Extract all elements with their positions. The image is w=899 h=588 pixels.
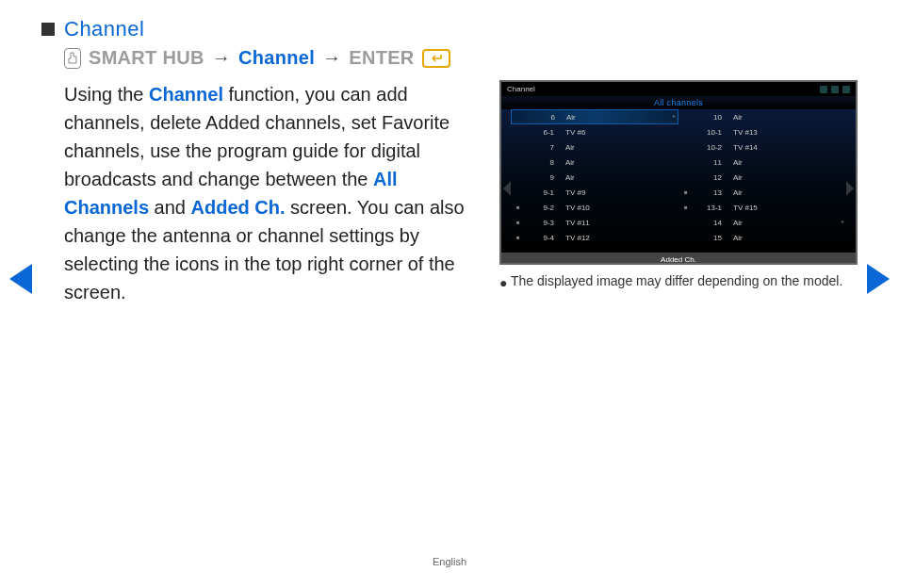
- table-row: 12Air: [678, 170, 846, 185]
- row-mark-icon: [516, 144, 522, 150]
- row-mark-icon: [684, 174, 690, 180]
- prev-page-button[interactable]: [9, 264, 32, 294]
- next-page-button[interactable]: [867, 264, 890, 294]
- row-mark-icon: ■: [684, 189, 690, 195]
- channel-name: TV #15: [726, 204, 835, 212]
- channel-number: 9-2: [526, 204, 554, 212]
- channel-number: 10-1: [694, 128, 722, 137]
- table-row: ■9-2TV #10: [511, 200, 678, 215]
- table-row: 10-1TV #13: [678, 124, 846, 139]
- channel-number: 10: [694, 113, 722, 122]
- section-bullet-icon: [41, 23, 55, 36]
- link-channel: Channel: [149, 84, 223, 105]
- channel-number: 8: [526, 158, 554, 167]
- row-mark-icon: ■: [684, 204, 690, 210]
- row-mark-icon: [516, 174, 522, 180]
- channel-name: TV #11: [558, 219, 667, 227]
- tv-nav-left-icon: [503, 181, 511, 196]
- row-mark-icon: ■: [516, 235, 522, 240]
- channel-name: Air: [726, 158, 835, 167]
- tv-channel-list-left: 6Air*6-1TV #67Air8Air9Air9-1TV #9■9-2TV …: [511, 109, 678, 253]
- path-step-channel: Channel: [238, 47, 315, 69]
- table-row: 7Air: [511, 139, 678, 155]
- table-row: 9-1TV #9: [511, 185, 678, 200]
- channel-number: 9-1: [526, 188, 554, 197]
- link-added-ch: Added Ch.: [191, 197, 286, 218]
- table-row: 10-2TV #14: [678, 139, 846, 155]
- arrow-icon: →: [212, 47, 231, 69]
- tv-top-right-icons: [820, 86, 850, 93]
- channel-number: 6-1: [526, 128, 554, 137]
- row-mark-icon: [684, 114, 690, 120]
- enter-icon: [422, 49, 450, 68]
- body-text: Using the Channel function, you can add …: [64, 80, 482, 306]
- channel-name: TV #13: [726, 128, 835, 137]
- tv-window-title: Channel: [507, 85, 535, 93]
- arrow-icon: →: [322, 47, 341, 69]
- row-mark-icon: ■: [516, 204, 522, 210]
- channel-name: TV #12: [558, 234, 667, 242]
- screenshot-caption: ● The displayed image may differ dependi…: [499, 272, 858, 289]
- row-mark-icon: [684, 159, 690, 165]
- row-mark-icon: [516, 129, 522, 135]
- menu-path: SMART HUB → Channel → ENTER: [64, 47, 858, 69]
- channel-name: TV #6: [558, 128, 667, 137]
- channel-name: Air: [726, 188, 835, 197]
- channel-number: 9: [526, 173, 554, 182]
- channel-name: Air: [726, 113, 835, 122]
- channel-number: 14: [694, 219, 722, 227]
- channel-number: 6: [527, 113, 555, 122]
- row-mark-icon: [516, 159, 522, 165]
- bullet-icon: ●: [499, 274, 507, 291]
- table-row: 14Air*: [678, 215, 846, 230]
- row-tick-icon: *: [839, 219, 846, 227]
- channel-name: Air: [558, 143, 667, 152]
- table-row: 8Air: [511, 155, 678, 170]
- table-row: 15Air: [678, 230, 846, 245]
- channel-name: Air: [558, 173, 667, 182]
- section-heading: Channel: [64, 17, 144, 41]
- channel-name: TV #10: [558, 204, 667, 212]
- channel-name: TV #14: [726, 143, 835, 152]
- row-mark-icon: ■: [516, 220, 522, 225]
- row-mark-icon: [684, 220, 690, 225]
- table-row: ■13-1TV #15: [678, 200, 846, 215]
- channel-number: 15: [694, 234, 722, 242]
- channel-number: 7: [526, 143, 554, 152]
- channel-name: Air: [726, 173, 835, 182]
- table-row: ■13Air: [678, 185, 846, 200]
- row-tick-icon: *: [670, 113, 678, 122]
- tv-nav-right-icon: [846, 181, 854, 196]
- channel-number: 10-2: [694, 143, 722, 152]
- table-row: 11Air: [678, 155, 846, 170]
- row-mark-icon: [517, 114, 523, 120]
- row-mark-icon: [684, 144, 690, 150]
- table-row: ■9-4TV #12: [511, 230, 678, 245]
- channel-number: 9-4: [526, 234, 554, 242]
- row-mark-icon: [684, 235, 690, 240]
- caption-text: The displayed image may differ depending…: [511, 273, 842, 288]
- channel-name: Air: [726, 219, 835, 227]
- channel-name: Air: [558, 158, 667, 167]
- channel-number: 13-1: [694, 204, 722, 212]
- path-step-enter: ENTER: [349, 47, 414, 69]
- tv-tab-allchannels: All channels: [501, 96, 856, 109]
- table-row: 9Air: [511, 170, 678, 185]
- table-row: 10Air: [678, 109, 846, 124]
- channel-name: Air: [559, 113, 666, 122]
- channel-number: 9-3: [526, 219, 554, 227]
- body-fragment: Using the: [64, 84, 149, 105]
- channel-number: 13: [694, 188, 722, 197]
- body-fragment: and: [149, 197, 190, 218]
- tv-channel-list-right: 10Air10-1TV #1310-2TV #1411Air12Air■13Ai…: [678, 109, 846, 253]
- table-row: 6-1TV #6: [511, 124, 678, 139]
- table-row: 6Air*: [511, 109, 678, 124]
- path-step-smarthub: SMART HUB: [89, 47, 204, 69]
- tv-footer-added-ch: Added Ch.: [501, 253, 856, 265]
- tv-screenshot: Channel All channels 6Air*6-1TV #67Air8A…: [499, 80, 858, 265]
- channel-number: 12: [694, 173, 722, 182]
- row-mark-icon: [684, 129, 690, 135]
- page-language-label: English: [0, 556, 899, 567]
- row-mark-icon: [516, 189, 522, 195]
- table-row: ■9-3TV #11: [511, 215, 678, 230]
